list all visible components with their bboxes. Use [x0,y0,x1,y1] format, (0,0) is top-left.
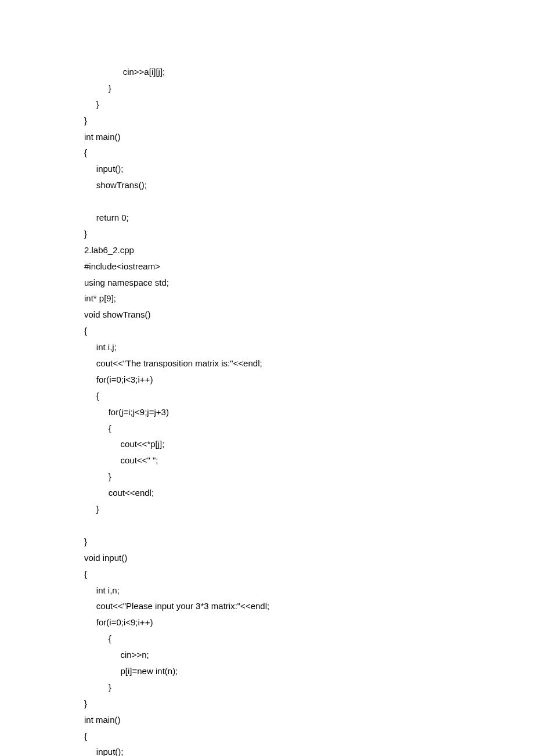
code-line: { [84,388,534,404]
code-line: } [84,226,534,242]
code-line: } [84,80,534,96]
code-line: { [84,323,534,339]
code-line: cin>>n; [84,647,534,663]
code-line: { [84,728,534,744]
code-line: cout<<*p[j]; [84,436,534,452]
code-line: void showTrans() [84,307,534,323]
code-line: { [84,566,534,582]
code-line: cout<<"The transposition matrix is:"<<en… [84,355,534,372]
code-line: int i,j; [84,339,534,355]
code-line: } [84,469,534,485]
code-line [84,193,534,210]
code-line: cout<<" "; [84,452,534,469]
code-line: 2.lab6_2.cpp [84,242,534,258]
code-document: cin>>a[i][j]; } }}int main(){ input(); s… [0,0,534,756]
code-line: for(i=0;i<3;i++) [84,372,534,388]
code-line [84,517,534,534]
code-line: int main() [84,129,534,145]
code-line: int main() [84,712,534,728]
code-line: int* p[9]; [84,290,534,307]
code-line: cout<<"Please input your 3*3 matrix:"<<e… [84,598,534,614]
code-line: #include<iostream> [84,258,534,275]
code-line: void input() [84,550,534,566]
code-line: p[i]=new int(n); [84,663,534,679]
code-line: { [84,145,534,161]
code-line: cin>>a[i][j]; [84,64,534,80]
code-line: } [84,96,534,113]
code-line: using namespace std; [84,275,534,291]
code-line: { [84,631,534,647]
code-line: } [84,113,534,129]
code-line: } [84,534,534,550]
code-line: for(j=i;j<9;j=j+3) [84,404,534,420]
code-line: } [84,696,534,712]
code-line: input(); [84,161,534,177]
code-line: for(i=0;i<9;i++) [84,614,534,631]
code-line: return 0; [84,210,534,226]
code-line: input(); [84,744,534,756]
code-line: { [84,420,534,437]
code-line: cout<<endl; [84,485,534,501]
code-line: } [84,501,534,517]
code-line: } [84,679,534,696]
code-line: showTrans(); [84,177,534,193]
code-line: int i,n; [84,582,534,599]
